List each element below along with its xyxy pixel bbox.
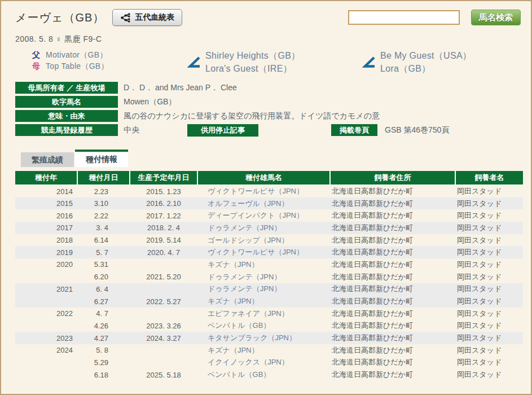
keeper-address-cell: 北海道日高郡新ひだか町 [330, 320, 455, 332]
stallion-name-link[interactable]: ベンバトル（GB） [197, 320, 330, 332]
mating-year-cell [15, 320, 77, 332]
due-date-cell: 2020. 4. 7 [130, 246, 197, 258]
keeper-name-cell: 岡田スタッド [455, 344, 523, 357]
stallion-name-link[interactable]: ベンバトル（GB） [197, 368, 330, 381]
tab-mating-info[interactable]: 種付情報 [75, 150, 128, 167]
branch-angle-icon [187, 56, 201, 75]
granddam-link[interactable]: Lora's Guest（IRE） [205, 63, 300, 75]
due-date-cell [130, 283, 197, 296]
keeper-address-cell: 北海道日高郡新ひだか町 [330, 258, 455, 271]
stallion-name-link[interactable]: ドゥラメンテ（JPN） [197, 271, 330, 283]
keeper-name-cell: 岡田スタッド [455, 246, 523, 258]
horse-search: 馬名検索 [348, 10, 521, 25]
pedigree-table-button-label: 五代血統表 [135, 12, 174, 23]
dam-sire-group: Shirley Heights（GB） Lora's Guest（IRE） [187, 50, 300, 75]
info-value: Mowen（GB） [124, 97, 176, 107]
keeper-address-cell: 北海道日高郡新ひだか町 [330, 185, 455, 198]
keeper-address-cell: 北海道日高郡新ひだか町 [330, 271, 455, 283]
pedigree-summary: 父 Motivator（GB） 母 Top Table（GB） Shirley … [1, 50, 531, 76]
mating-year-cell: 2021 [15, 283, 77, 296]
mating-year-cell: 2023 [15, 332, 77, 344]
pedigree-tree-icon [120, 13, 131, 23]
mating-year-cell: 2022 [15, 308, 77, 320]
mating-date-cell: 4. 7 [77, 308, 130, 320]
mating-date-cell: 5.31 [77, 258, 130, 271]
stallion-name-link[interactable]: イクイノックス（JPN） [197, 357, 330, 369]
table-row: 6.182025. 5.18ベンバトル（GB）北海道日高郡新ひだか町岡田スタッド [15, 368, 523, 381]
stallion-name-link[interactable]: ドゥラメンテ（JPN） [197, 222, 330, 234]
keeper-name-cell: 岡田スタッド [455, 308, 523, 320]
col-header-stallion-name: 種付雄馬名 [197, 171, 330, 185]
keeper-name-cell: 岡田スタッド [455, 283, 523, 296]
due-date-cell [130, 344, 197, 357]
mating-year-cell [15, 368, 77, 381]
keeper-address-cell: 北海道日高郡新ひだか町 [330, 368, 455, 381]
table-row: 20205.31キズナ（JPN）北海道日高郡新ひだか町岡田スタッド [15, 258, 523, 271]
due-date-cell [130, 357, 197, 369]
col-header-mating-date: 種付月日 [77, 171, 130, 185]
mating-year-cell: 2024 [15, 344, 77, 357]
keeper-name-cell: 岡田スタッド [455, 209, 523, 222]
tab-bar: 繁殖成績 種付情報 [21, 150, 531, 167]
due-date-cell: 2024. 3.27 [130, 332, 197, 344]
stallion-name-link[interactable]: ゴールドシップ（JPN） [197, 234, 330, 247]
stallion-name-link[interactable]: キタサンブラック（JPN） [197, 332, 330, 344]
mating-date-cell: 4.27 [77, 332, 130, 344]
table-row: 4.262023. 3.26ベンバトル（GB）北海道日高郡新ひだか町岡田スタッド [15, 320, 523, 332]
due-date-cell: 2018. 2. 4 [130, 222, 197, 234]
keeper-name-cell: 岡田スタッド [455, 320, 523, 332]
info-label: 意味・由来 [15, 110, 118, 122]
keeper-address-cell: 北海道日高郡新ひだか町 [330, 246, 455, 258]
keeper-name-cell: 岡田スタッド [455, 185, 523, 198]
stallion-name-link[interactable]: オルフェーヴル（JPN） [197, 198, 330, 210]
stallion-name-link[interactable]: ドゥラメンテ（JPN） [197, 283, 330, 296]
stallion-name-link[interactable]: エピファネイア（JPN） [197, 308, 330, 320]
mating-year-cell [15, 295, 77, 308]
info-value: D． D． and Mrs Jean P． Clee [124, 83, 237, 93]
table-row: 20142.232015. 1.23ヴィクトワールピサ（JPN）北海道日高郡新ひ… [15, 185, 523, 198]
keeper-name-cell: 岡田スタッド [455, 198, 523, 210]
mating-date-cell: 6.14 [77, 234, 130, 247]
granddam-parents-group: Be My Guest（USA） Lora（GB） [362, 50, 472, 75]
mating-date-cell: 6.20 [77, 271, 130, 283]
keeper-name-cell: 岡田スタッド [455, 234, 523, 247]
dam-label: 母 [32, 62, 40, 72]
stallion-name-link[interactable]: キズナ（JPN） [197, 258, 330, 271]
stud-suspension-article-button[interactable]: 供用停止記事 [187, 124, 258, 137]
grandsire-link[interactable]: Shirley Heights（GB） [205, 50, 300, 62]
mating-year-cell: 2017 [15, 222, 77, 234]
keeper-address-cell: 北海道日高郡新ひだか町 [330, 234, 455, 247]
stallion-name-link[interactable]: ヴィクトワールピサ（JPN） [197, 246, 330, 258]
mating-year-cell: 2019 [15, 246, 77, 258]
keeper-name-cell: 岡田スタッド [455, 271, 523, 283]
horse-info-section: 母馬所有者 ／ 生産牧場 D． D． and Mrs Jean P． Clee … [15, 82, 531, 136]
mating-info-table: 種付年 種付月日 生産予定年月日 種付雄馬名 飼養者住所 飼養者名 20142.… [15, 171, 523, 381]
dam-name-link[interactable]: Top Table（GB） [46, 62, 109, 72]
due-date-cell: 2025. 5.18 [130, 368, 197, 381]
tab-breeding-results[interactable]: 繁殖成績 [21, 152, 74, 167]
table-row: 20216. 4ドゥラメンテ（JPN）北海道日高郡新ひだか町岡田スタッド [15, 283, 523, 296]
table-row: 20153.102016. 2.10オルフェーヴル（JPN）北海道日高郡新ひだか… [15, 198, 523, 210]
due-date-cell [130, 258, 197, 271]
table-row: 20195. 72020. 4. 7ヴィクトワールピサ（JPN）北海道日高郡新ひ… [15, 246, 523, 258]
horse-search-input[interactable] [348, 10, 460, 25]
horse-search-button[interactable]: 馬名検索 [471, 10, 521, 25]
mating-date-cell: 2.22 [77, 209, 130, 222]
sire-name-link[interactable]: Motivator（GB） [46, 50, 108, 60]
keeper-name-cell: 岡田スタッド [455, 357, 523, 369]
grandsire-link[interactable]: Be My Guest（USA） [380, 50, 472, 62]
info-row-latin-name: 欧字馬名 Mowen（GB） [15, 96, 531, 108]
stallion-name-link[interactable]: キズナ（JPN） [197, 344, 330, 357]
stallion-name-link[interactable]: ディープインパクト（JPN） [197, 209, 330, 222]
due-date-cell: 2019. 5.14 [130, 234, 197, 247]
mating-year-cell: 2014 [15, 185, 77, 198]
stallion-name-link[interactable]: キズナ（JPN） [197, 295, 330, 308]
granddam-link[interactable]: Lora（GB） [380, 63, 472, 75]
keeper-address-cell: 北海道日高郡新ひだか町 [330, 344, 455, 357]
keeper-address-cell: 北海道日高郡新ひだか町 [330, 357, 455, 369]
pedigree-table-button[interactable]: 五代血統表 [112, 9, 182, 26]
table-row: 20245. 8キズナ（JPN）北海道日高郡新ひだか町岡田スタッド [15, 344, 523, 357]
keeper-address-cell: 北海道日高郡新ひだか町 [330, 198, 455, 210]
stallion-name-link[interactable]: ヴィクトワールピサ（JPN） [197, 185, 330, 198]
mating-date-cell: 5. 8 [77, 344, 130, 357]
